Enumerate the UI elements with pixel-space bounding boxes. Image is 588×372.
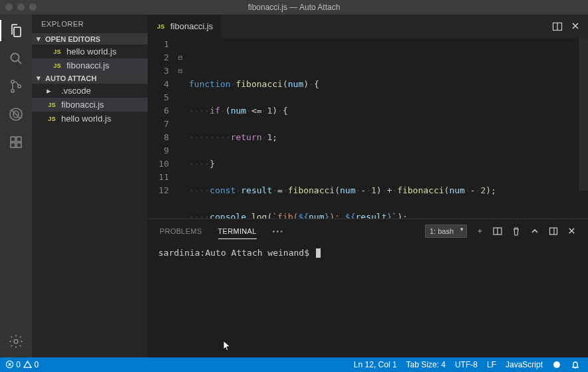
file-name: fibonacci.js (61, 100, 104, 110)
debug-icon[interactable] (7, 105, 25, 124)
file-entry[interactable]: JS hello world.js (32, 112, 148, 126)
js-file-icon: JS (156, 23, 166, 30)
bell-icon[interactable] (571, 360, 580, 369)
close-dot[interactable] (5, 3, 13, 11)
settings-gear-icon[interactable] (7, 332, 25, 351)
chevron-down-icon: ▾ (35, 35, 43, 43)
split-editor-icon[interactable] (552, 21, 563, 32)
status-warnings[interactable]: 0 (23, 360, 39, 369)
new-terminal-icon[interactable]: ＋ (476, 226, 484, 236)
folder-header[interactable]: ▾ AUTO ATTACH (32, 72, 148, 84)
terminal-selector[interactable]: 1: bash (425, 225, 467, 238)
js-file-icon: JS (47, 116, 57, 122)
svg-rect-7 (11, 143, 15, 147)
terminal-cursor (316, 248, 321, 258)
sidebar-title: EXPLORER (32, 15, 148, 33)
folder-name: .vscode (61, 86, 91, 96)
js-file-icon: JS (52, 62, 63, 69)
tab-terminal[interactable]: TERMINAL (218, 227, 257, 239)
status-cursor[interactable]: Ln 12, Col 1 (354, 360, 397, 369)
open-editor-entry[interactable]: JS hello world.js (32, 45, 148, 58)
extensions-icon[interactable] (7, 133, 25, 151)
titlebar: fibonacci.js — Auto Attach (0, 0, 588, 15)
file-entry[interactable]: JS fibonacci.js (32, 98, 148, 112)
svg-point-0 (11, 54, 19, 62)
svg-rect-9 (17, 137, 21, 141)
close-icon[interactable] (571, 21, 580, 32)
chevron-right-icon: ▸ (47, 86, 57, 96)
kill-terminal-icon[interactable] (512, 227, 521, 236)
open-editors-header[interactable]: ▾ OPEN EDITORS (32, 33, 148, 45)
tab-bar: JS fibonacci.js (148, 15, 588, 38)
section-label: AUTO ATTACH (45, 74, 96, 82)
minimize-dot[interactable] (17, 3, 25, 11)
svg-point-1 (11, 80, 14, 83)
code-editor[interactable]: 1 2 3 4 5 6 7 8 9 10 11 12 ⊟ ⊟ (148, 38, 588, 219)
terminal-prompt: sardinia:Auto Attach weinand$ (158, 248, 309, 258)
svg-rect-15 (550, 228, 557, 234)
status-indent[interactable]: Tab Size: 4 (406, 360, 446, 369)
terminal-view[interactable]: sardinia:Auto Attach weinand$ (148, 242, 588, 263)
split-terminal-icon[interactable] (493, 227, 502, 236)
close-panel-icon[interactable] (567, 227, 576, 235)
open-editor-entry[interactable]: JS fibonacci.js (32, 58, 148, 72)
tab-title: fibonacci.js (170, 21, 213, 31)
window-controls[interactable] (5, 3, 37, 11)
activity-bar (0, 15, 32, 357)
more-icon[interactable]: ••• (273, 227, 285, 235)
panel-tabs: PROBLEMS TERMINAL ••• 1: bash ＋ (148, 219, 588, 242)
svg-point-2 (11, 90, 14, 92)
status-language[interactable]: JavaScript (506, 360, 543, 369)
search-icon[interactable] (7, 49, 25, 68)
maximize-panel-icon[interactable] (549, 227, 558, 236)
status-errors[interactable]: 0 (5, 360, 21, 369)
feedback-icon[interactable] (552, 360, 561, 369)
zoom-dot[interactable] (29, 3, 37, 11)
chevron-up-icon[interactable] (530, 227, 539, 236)
status-encoding[interactable]: UTF-8 (455, 360, 478, 369)
bottom-panel: PROBLEMS TERMINAL ••• 1: bash ＋ sardinia… (148, 219, 588, 357)
explorer-icon[interactable] (7, 21, 25, 40)
chevron-down-icon: ▾ (35, 74, 43, 82)
js-file-icon: JS (52, 48, 63, 55)
line-numbers: 1 2 3 4 5 6 7 8 9 10 11 12 (148, 38, 178, 219)
folder-entry[interactable]: ▸ .vscode (32, 84, 148, 98)
svg-point-18 (553, 361, 560, 368)
fold-gutter[interactable]: ⊟ ⊟ (178, 38, 189, 219)
editor-tab[interactable]: JS fibonacci.js (148, 15, 221, 38)
svg-point-3 (18, 85, 21, 88)
svg-rect-6 (11, 137, 15, 141)
code-content[interactable]: function·fibonacci(num)·{ ····if·(num·<=… (189, 38, 588, 219)
explorer-sidebar: EXPLORER ▾ OPEN EDITORS JS hello world.j… (32, 15, 148, 357)
status-bar: 0 0 Ln 12, Col 1 Tab Size: 4 UTF-8 LF Ja… (0, 357, 588, 372)
file-name: fibonacci.js (67, 60, 109, 70)
section-label: OPEN EDITORS (45, 35, 100, 43)
terminal-select[interactable]: 1: bash (425, 225, 467, 238)
svg-rect-8 (17, 143, 21, 147)
file-name: hello world.js (67, 46, 116, 56)
tab-problems[interactable]: PROBLEMS (160, 227, 202, 235)
js-file-icon: JS (47, 102, 57, 108)
source-control-icon[interactable] (7, 77, 25, 96)
svg-point-10 (14, 339, 18, 343)
file-name: hello world.js (61, 114, 111, 124)
editor-area: JS fibonacci.js 1 2 3 4 5 6 7 (148, 15, 588, 357)
status-eol[interactable]: LF (487, 360, 496, 369)
window-title: fibonacci.js — Auto Attach (248, 3, 341, 12)
